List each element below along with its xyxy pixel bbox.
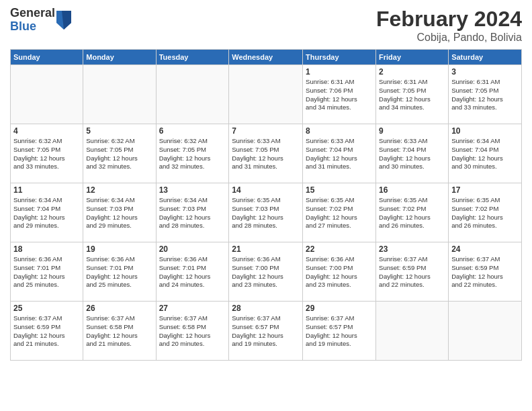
- day-info: Sunrise: 6:34 AMSunset: 7:03 PMDaylight:…: [159, 196, 226, 230]
- calendar-header-row: Sunday Monday Tuesday Wednesday Thursday…: [11, 50, 522, 65]
- day-number: 14: [232, 185, 300, 195]
- day-number: 3: [451, 67, 519, 77]
- calendar-cell: 24Sunrise: 6:37 AMSunset: 6:59 PMDayligh…: [449, 242, 522, 302]
- title-month: February 2024: [376, 7, 522, 32]
- col-monday: Monday: [83, 50, 156, 65]
- day-number: 15: [306, 185, 373, 195]
- day-number: 26: [86, 304, 152, 313]
- day-number: 27: [159, 304, 226, 313]
- col-saturday: Saturday: [449, 50, 522, 65]
- calendar-cell: 1Sunrise: 6:31 AMSunset: 7:06 PMDaylight…: [303, 65, 376, 124]
- calendar-cell: [83, 65, 156, 124]
- calendar-cell: 21Sunrise: 6:36 AMSunset: 7:00 PMDayligh…: [229, 242, 303, 302]
- col-thursday: Thursday: [303, 50, 376, 65]
- logo-text: General Blue: [10, 7, 55, 34]
- calendar-cell: 17Sunrise: 6:35 AMSunset: 7:02 PMDayligh…: [449, 183, 522, 242]
- calendar-cell: 29Sunrise: 6:37 AMSunset: 6:57 PMDayligh…: [303, 302, 376, 361]
- day-info: Sunrise: 6:37 AMSunset: 6:59 PMDaylight:…: [13, 314, 80, 349]
- calendar-cell: 20Sunrise: 6:36 AMSunset: 7:01 PMDayligh…: [156, 242, 229, 302]
- day-number: 4: [13, 126, 80, 136]
- calendar-cell: [156, 65, 229, 124]
- day-info: Sunrise: 6:36 AMSunset: 7:01 PMDaylight:…: [13, 255, 80, 289]
- calendar-cell: 11Sunrise: 6:34 AMSunset: 7:04 PMDayligh…: [11, 183, 83, 242]
- col-sunday: Sunday: [11, 50, 83, 65]
- day-info: Sunrise: 6:37 AMSunset: 6:58 PMDaylight:…: [86, 314, 152, 349]
- calendar-cell: 19Sunrise: 6:36 AMSunset: 7:01 PMDayligh…: [83, 242, 156, 302]
- day-info: Sunrise: 6:31 AMSunset: 7:05 PMDaylight:…: [451, 78, 519, 112]
- calendar-cell: 9Sunrise: 6:33 AMSunset: 7:04 PMDaylight…: [376, 124, 449, 183]
- day-number: 1: [306, 67, 373, 77]
- day-info: Sunrise: 6:37 AMSunset: 6:57 PMDaylight:…: [306, 314, 373, 349]
- day-number: 19: [86, 244, 152, 254]
- day-info: Sunrise: 6:36 AMSunset: 7:01 PMDaylight:…: [86, 255, 152, 289]
- calendar-cell: 22Sunrise: 6:36 AMSunset: 7:00 PMDayligh…: [303, 242, 376, 302]
- calendar-cell: [11, 65, 83, 124]
- calendar-cell: 4Sunrise: 6:32 AMSunset: 7:05 PMDaylight…: [11, 124, 83, 183]
- day-info: Sunrise: 6:35 AMSunset: 7:02 PMDaylight:…: [379, 196, 445, 230]
- calendar-cell: 28Sunrise: 6:37 AMSunset: 6:57 PMDayligh…: [229, 302, 303, 361]
- day-number: 5: [86, 126, 152, 136]
- calendar-week-5: 25Sunrise: 6:37 AMSunset: 6:59 PMDayligh…: [11, 302, 522, 361]
- calendar-cell: 23Sunrise: 6:37 AMSunset: 6:59 PMDayligh…: [376, 242, 449, 302]
- page: General Blue February 2024 Cobija, Pando…: [0, 0, 532, 411]
- day-info: Sunrise: 6:36 AMSunset: 7:00 PMDaylight:…: [232, 255, 300, 289]
- day-info: Sunrise: 6:35 AMSunset: 7:03 PMDaylight:…: [232, 196, 300, 230]
- col-friday: Friday: [376, 50, 449, 65]
- calendar-cell: [229, 65, 303, 124]
- calendar-week-1: 1Sunrise: 6:31 AMSunset: 7:06 PMDaylight…: [11, 65, 522, 124]
- day-number: 20: [159, 244, 226, 254]
- day-number: 25: [13, 304, 80, 313]
- calendar-cell: 7Sunrise: 6:33 AMSunset: 7:05 PMDaylight…: [229, 124, 303, 183]
- title-location: Cobija, Pando, Bolivia: [376, 32, 522, 44]
- calendar-table: Sunday Monday Tuesday Wednesday Thursday…: [10, 49, 522, 361]
- day-info: Sunrise: 6:34 AMSunset: 7:04 PMDaylight:…: [451, 137, 519, 171]
- day-info: Sunrise: 6:37 AMSunset: 6:59 PMDaylight:…: [379, 255, 445, 289]
- header: General Blue February 2024 Cobija, Pando…: [10, 7, 522, 44]
- calendar-week-3: 11Sunrise: 6:34 AMSunset: 7:04 PMDayligh…: [11, 183, 522, 242]
- day-number: 12: [86, 185, 152, 195]
- calendar-cell: 6Sunrise: 6:32 AMSunset: 7:05 PMDaylight…: [156, 124, 229, 183]
- calendar-cell: 26Sunrise: 6:37 AMSunset: 6:58 PMDayligh…: [83, 302, 156, 361]
- logo: General Blue: [10, 7, 71, 34]
- day-number: 9: [379, 126, 445, 136]
- logo-icon: [56, 11, 71, 30]
- day-info: Sunrise: 6:37 AMSunset: 6:59 PMDaylight:…: [451, 255, 519, 289]
- day-info: Sunrise: 6:32 AMSunset: 7:05 PMDaylight:…: [86, 137, 152, 171]
- calendar-cell: 13Sunrise: 6:34 AMSunset: 7:03 PMDayligh…: [156, 183, 229, 242]
- day-number: 24: [451, 244, 519, 254]
- calendar-cell: 18Sunrise: 6:36 AMSunset: 7:01 PMDayligh…: [11, 242, 83, 302]
- day-number: 23: [379, 244, 445, 254]
- day-number: 6: [159, 126, 226, 136]
- day-info: Sunrise: 6:35 AMSunset: 7:02 PMDaylight:…: [451, 196, 519, 230]
- day-info: Sunrise: 6:33 AMSunset: 7:04 PMDaylight:…: [306, 137, 373, 171]
- day-number: 28: [232, 304, 300, 313]
- logo-general: General: [10, 7, 55, 20]
- day-info: Sunrise: 6:35 AMSunset: 7:02 PMDaylight:…: [306, 196, 373, 230]
- day-number: 17: [451, 185, 519, 195]
- day-number: 16: [379, 185, 445, 195]
- day-info: Sunrise: 6:32 AMSunset: 7:05 PMDaylight:…: [13, 137, 80, 171]
- day-info: Sunrise: 6:36 AMSunset: 7:01 PMDaylight:…: [159, 255, 226, 289]
- calendar-cell: 10Sunrise: 6:34 AMSunset: 7:04 PMDayligh…: [449, 124, 522, 183]
- day-info: Sunrise: 6:34 AMSunset: 7:03 PMDaylight:…: [86, 196, 152, 230]
- day-number: 8: [306, 126, 373, 136]
- calendar-cell: 27Sunrise: 6:37 AMSunset: 6:58 PMDayligh…: [156, 302, 229, 361]
- calendar-cell: 25Sunrise: 6:37 AMSunset: 6:59 PMDayligh…: [11, 302, 83, 361]
- col-wednesday: Wednesday: [229, 50, 303, 65]
- calendar-cell: 2Sunrise: 6:31 AMSunset: 7:05 PMDaylight…: [376, 65, 449, 124]
- day-number: 29: [306, 304, 373, 313]
- calendar-cell: 8Sunrise: 6:33 AMSunset: 7:04 PMDaylight…: [303, 124, 376, 183]
- calendar-cell: 14Sunrise: 6:35 AMSunset: 7:03 PMDayligh…: [229, 183, 303, 242]
- logo-blue: Blue: [10, 20, 55, 34]
- calendar-cell: 12Sunrise: 6:34 AMSunset: 7:03 PMDayligh…: [83, 183, 156, 242]
- calendar-week-2: 4Sunrise: 6:32 AMSunset: 7:05 PMDaylight…: [11, 124, 522, 183]
- day-info: Sunrise: 6:36 AMSunset: 7:00 PMDaylight:…: [306, 255, 373, 289]
- title-block: February 2024 Cobija, Pando, Bolivia: [376, 7, 522, 44]
- day-info: Sunrise: 6:37 AMSunset: 6:58 PMDaylight:…: [159, 314, 226, 349]
- calendar-cell: [449, 302, 522, 361]
- day-info: Sunrise: 6:31 AMSunset: 7:06 PMDaylight:…: [306, 78, 373, 112]
- day-number: 21: [232, 244, 300, 254]
- day-number: 2: [379, 67, 445, 77]
- day-number: 10: [451, 126, 519, 136]
- calendar-week-4: 18Sunrise: 6:36 AMSunset: 7:01 PMDayligh…: [11, 242, 522, 302]
